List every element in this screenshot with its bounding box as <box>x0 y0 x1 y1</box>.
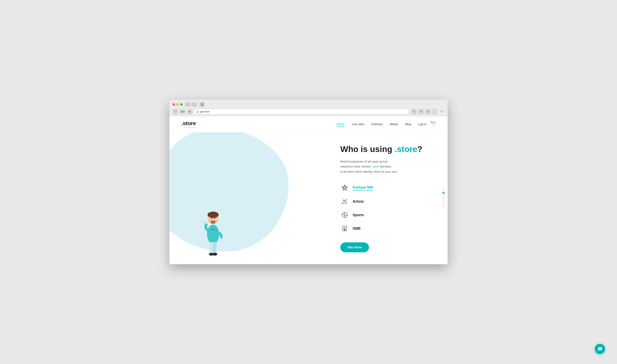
nav-link-blog[interactable]: Blog <box>405 122 411 126</box>
artists-info: Artists <box>353 199 364 204</box>
svg-point-7 <box>208 212 219 218</box>
browser-toolbar: 🛡 ABP ⊕ 🔒 get.store ↻ ⬇ ⬆ ⬜ + <box>172 109 445 116</box>
nav-link-login[interactable]: Log In <box>418 122 427 126</box>
nav-item-livesites[interactable]: Live sites <box>352 122 364 126</box>
subtitle-line1: Retail businesses of all sizes across <box>340 160 388 163</box>
nav-item-partners[interactable]: Partners <box>371 122 383 126</box>
tabs-icon[interactable]: ⬜ <box>432 109 437 115</box>
subtitle-line2: industries have chosen <box>340 165 372 168</box>
indicator-3[interactable] <box>443 195 444 196</box>
indicator-6[interactable] <box>443 204 444 205</box>
svg-point-3 <box>432 125 433 126</box>
logo-subtitle: DOMAINS <box>184 127 196 129</box>
extension-icon-1[interactable]: ABP <box>180 109 185 115</box>
svg-marker-17 <box>342 185 348 190</box>
category-list: Fortune 500 Artists <box>340 181 436 235</box>
browser-titlebar: ‹ › <box>172 102 445 107</box>
browser-window: ‹ › 🛡 ABP ⊕ 🔒 get.store ↻ <box>169 100 448 264</box>
share-icon[interactable]: ⬆ <box>425 109 431 115</box>
category-smb[interactable]: SMB <box>340 222 436 235</box>
indicator-1[interactable] <box>443 189 444 190</box>
left-section <box>169 132 332 264</box>
main-headline: Who is using .store? <box>340 144 436 154</box>
minimize-button[interactable] <box>176 103 179 106</box>
fortune500-label: Fortune 500 <box>353 185 373 190</box>
svg-rect-19 <box>343 226 347 231</box>
close-button[interactable] <box>172 103 175 106</box>
extension-icon-2[interactable]: ⊕ <box>187 109 192 115</box>
back-button[interactable]: ‹ <box>185 102 191 107</box>
logo-brand: .store <box>181 120 196 126</box>
svg-rect-14 <box>213 242 217 254</box>
svg-rect-0 <box>201 103 204 104</box>
indicator-2[interactable] <box>443 192 445 194</box>
nav-item-blog[interactable]: Blog <box>405 122 411 126</box>
nav-buttons: ‹ › <box>185 102 197 107</box>
shield-icon[interactable]: 🛡 <box>172 109 178 115</box>
traffic-lights <box>172 103 183 106</box>
headline-prefix: Who is using <box>340 144 394 154</box>
main-content: Who is using .store? Retail businesses o… <box>169 132 448 264</box>
smb-info: SMB <box>353 226 361 231</box>
logo[interactable]: .store DOMAINS <box>181 120 196 129</box>
see-more-button[interactable]: See more <box>340 242 369 252</box>
character-illustration <box>193 205 233 260</box>
logo-text: .store <box>181 120 196 126</box>
hero-subtitle: Retail businesses of all sizes across in… <box>340 159 404 174</box>
category-artists[interactable]: Artists <box>340 195 436 208</box>
svg-point-8 <box>211 220 216 224</box>
reload-button[interactable]: ↻ <box>411 109 417 115</box>
toolbar-right: ⬇ ⬆ ⬜ <box>418 109 437 115</box>
smb-label: SMB <box>353 226 361 231</box>
svg-rect-2 <box>201 105 204 106</box>
sports-label: Sports <box>353 213 364 217</box>
sports-icon <box>340 211 349 219</box>
nav-item-home[interactable]: Home <box>337 122 345 126</box>
subtitle-line4: to be their online identity. Now it's yo… <box>340 170 398 173</box>
right-section: Who is using .store? Retail businesses o… <box>332 132 448 264</box>
category-fortune500[interactable]: Fortune 500 <box>340 181 436 195</box>
category-sports[interactable]: Sports <box>340 208 436 222</box>
svg-rect-13 <box>210 242 213 254</box>
browser-chrome: ‹ › 🛡 ABP ⊕ 🔒 get.store ↻ <box>169 100 448 116</box>
url-text: get.store <box>200 110 210 113</box>
artists-icon <box>340 197 349 206</box>
subtitle-line3: domains <box>379 165 391 168</box>
cart-icon[interactable] <box>431 121 436 127</box>
nav-link-home[interactable]: Home <box>337 122 345 127</box>
artists-label: Artists <box>353 199 364 204</box>
svg-point-5 <box>207 225 219 244</box>
address-bar[interactable]: 🔒 get.store <box>194 109 409 115</box>
indicator-7[interactable] <box>443 207 444 208</box>
fortune500-info: Fortune 500 <box>353 185 373 191</box>
website-content: .store DOMAINS Home Live sites Partners … <box>169 116 448 264</box>
chat-button[interactable] <box>595 344 605 354</box>
forward-button[interactable]: › <box>191 102 197 107</box>
subtitle-brand: .store <box>372 165 379 168</box>
download-icon[interactable]: ⬇ <box>418 109 424 115</box>
nav-links: Home Live sites Partners Media Blog Log … <box>337 122 427 126</box>
headline-brand: .store <box>394 144 417 154</box>
sports-info: Sports <box>353 213 364 217</box>
smb-icon <box>340 224 349 233</box>
maximize-button[interactable] <box>180 103 183 106</box>
nav-item-media[interactable]: Media <box>390 122 398 126</box>
svg-point-10 <box>214 218 215 219</box>
fortune500-underline <box>353 190 373 191</box>
nav-link-partners[interactable]: Partners <box>371 122 383 126</box>
svg-line-12 <box>204 221 205 223</box>
navbar: .store DOMAINS Home Live sites Partners … <box>169 116 448 132</box>
fortune500-icon <box>340 183 349 192</box>
svg-rect-1 <box>201 104 204 105</box>
nav-link-media[interactable]: Media <box>390 122 398 126</box>
lock-icon: 🔒 <box>196 110 199 113</box>
svg-point-16 <box>212 253 217 256</box>
svg-point-4 <box>434 125 435 126</box>
sidebar-toggle[interactable] <box>199 102 205 107</box>
indicator-5[interactable] <box>443 201 444 202</box>
indicator-4[interactable] <box>443 198 444 199</box>
new-tab-button[interactable]: + <box>439 109 445 115</box>
headline-suffix: ? <box>417 144 422 154</box>
nav-link-livesites[interactable]: Live sites <box>352 122 364 126</box>
nav-item-login[interactable]: Log In <box>418 122 427 126</box>
